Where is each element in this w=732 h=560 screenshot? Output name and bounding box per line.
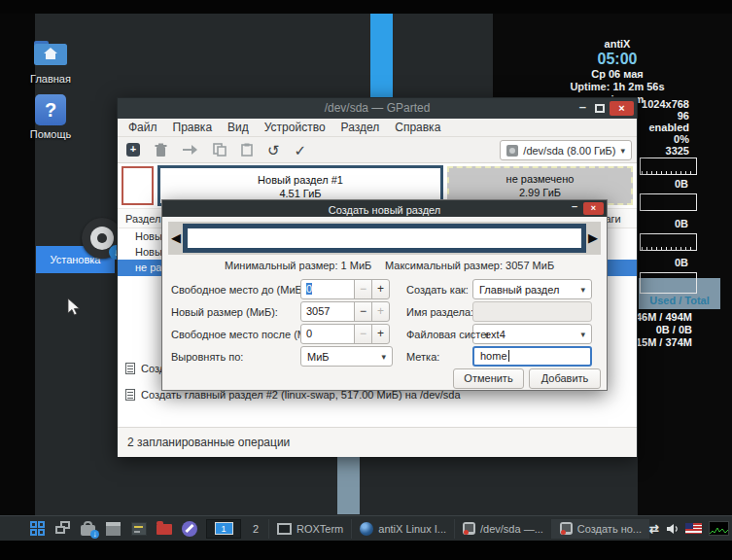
conky-net-down-graph — [640, 193, 697, 211]
spin-minus-icon[interactable]: − — [354, 279, 372, 299]
dialog-titlebar[interactable]: Создать новый раздел – × — [162, 200, 607, 217]
free-space-before-spinbox[interactable]: 0 − + — [300, 279, 390, 299]
installer-launcher-icon[interactable]: ↓ — [80, 520, 97, 538]
chevron-down-icon: ▾ — [381, 352, 386, 362]
add-button[interactable]: Добавить — [529, 368, 601, 389]
gparted-titlebar[interactable]: /dev/sda — GParted – × — [118, 98, 637, 119]
minimize-icon[interactable]: – — [579, 99, 586, 114]
task-create-partition-dialog[interactable]: Создать но... — [551, 519, 649, 539]
partition-size-slider[interactable]: ◀ ▶ — [168, 222, 601, 255]
start-menu-icon[interactable] — [29, 520, 47, 538]
create-as-combo[interactable]: Главный раздел ▾ — [472, 279, 592, 299]
network-tray-icon[interactable]: ⇄ — [649, 522, 659, 536]
device-selector[interactable]: /dev/sda (8.00 ГиБ) ▾ — [500, 140, 632, 160]
apply-icon[interactable]: ✓ — [295, 143, 307, 158]
task-roxterm[interactable]: ROXTerm — [268, 519, 351, 539]
close-icon[interactable]: × — [610, 101, 634, 116]
partition-box-swap[interactable] — [122, 166, 154, 205]
menu-item-view[interactable]: Вид — [220, 121, 257, 134]
free-space-after-spinbox[interactable]: 0 − + — [300, 324, 390, 344]
chevron-down-icon: ▾ — [620, 146, 625, 156]
create-as-value: Главный раздел — [479, 284, 559, 296]
desktop-steel-bar — [337, 454, 360, 514]
terminal-launcher-icon[interactable] — [130, 520, 148, 538]
copy-icon[interactable] — [213, 143, 227, 157]
chevron-down-icon: ▾ — [580, 330, 585, 339]
gparted-menubar: Файл Правка Вид Устройство Раздел Справк… — [118, 119, 637, 137]
spin-plus-icon[interactable]: + — [371, 301, 390, 322]
menu-item-device[interactable]: Устройство — [257, 121, 333, 134]
spin-plus-icon[interactable]: + — [371, 324, 390, 344]
align-to-combo[interactable]: МиБ ▾ — [300, 346, 393, 367]
window-list-icon[interactable] — [54, 520, 72, 538]
workspace-2-button[interactable]: 2 — [243, 519, 268, 539]
maximize-icon[interactable] — [595, 104, 605, 113]
desktop: Главная ? Помощь Установка ↓ antiX 05:00… — [0, 0, 732, 560]
align-to-value: МиБ — [307, 351, 330, 363]
operation-icon — [125, 389, 135, 401]
partition-box-new1-size: 4.51 ГиБ — [160, 187, 440, 200]
cancel-button[interactable]: Отменить — [453, 368, 524, 389]
create-as-label: Создать как: — [406, 284, 469, 296]
new-size-label: Новый размер (МиБ): — [171, 306, 278, 318]
cpu-monitor-applet[interactable] — [709, 521, 729, 536]
filesystem-value: ext4 — [485, 329, 505, 340]
task-browser[interactable]: antiX Linux I... — [351, 519, 454, 539]
resize-move-icon[interactable] — [182, 144, 198, 156]
new-size-spinbox[interactable]: 3057 − + — [300, 301, 390, 322]
slider-left-handle[interactable]: ◀ — [168, 222, 184, 255]
slider-right-handle[interactable]: ▶ — [585, 222, 601, 255]
dialog-title: Создать новый раздел — [329, 204, 441, 216]
conky-uptime: Uptime: 1h 2m 56s — [540, 81, 695, 93]
gparted-app-icon — [560, 522, 573, 535]
conky-cpu-graph — [640, 158, 697, 175]
delete-partition-icon[interactable] — [155, 143, 167, 158]
file-manager-icon[interactable] — [156, 520, 173, 538]
volume-icon[interactable] — [666, 523, 679, 535]
free-space-before-value[interactable]: 0 — [300, 279, 355, 299]
min-size-label: Минимальный размер: 1 МиБ — [225, 260, 371, 271]
terminal-window-icon — [277, 523, 292, 535]
drive-icon — [506, 145, 518, 157]
operation-icon — [125, 363, 135, 374]
spin-plus-icon[interactable]: + — [371, 279, 390, 299]
statusbar: 2 запланированные операции — [118, 427, 637, 457]
filesystem-combo[interactable]: ext4 ▾ — [472, 324, 592, 344]
new-partition-icon[interactable]: + — [126, 143, 140, 157]
mouse-cursor — [66, 298, 81, 317]
spin-minus-icon[interactable]: − — [354, 324, 372, 344]
partition-box-unallocated-size: 2.99 ГиБ — [449, 186, 631, 199]
partition-name-label: Имя раздела: — [406, 306, 473, 318]
menu-item-edit[interactable]: Правка — [165, 121, 221, 134]
menu-item-help[interactable]: Справка — [387, 121, 448, 134]
slider-bar[interactable] — [183, 224, 586, 253]
keyboard-layout-flag-icon[interactable] — [685, 523, 702, 534]
create-partition-dialog: Создать новый раздел – × ◀ ▶ Минимальный… — [161, 199, 608, 391]
new-size-value[interactable]: 3057 — [300, 301, 355, 322]
taskbar: ↓ 1 2 ROXTerm antiX Linux I... /dev/sda … — [0, 515, 732, 541]
partition-box-unallocated-name: не размечено — [449, 172, 631, 186]
menu-item-file[interactable]: Файл — [121, 121, 165, 134]
question-mark-icon: ? — [35, 94, 66, 125]
desktop-icon-help[interactable]: ? Помощь — [19, 94, 82, 140]
paste-icon[interactable] — [241, 143, 253, 157]
workspace-1-button[interactable]: 1 — [206, 519, 241, 539]
gparted-window-title: /dev/sda — GParted — [325, 101, 431, 115]
device-manager-icon[interactable] — [105, 520, 122, 538]
partition-name-input[interactable] — [472, 301, 592, 322]
label-input[interactable]: home — [472, 346, 592, 367]
column-header-partition: Раздел — [125, 213, 160, 225]
menu-item-partition[interactable]: Раздел — [333, 121, 388, 134]
free-space-after-value[interactable]: 0 — [300, 324, 355, 344]
task-gparted[interactable]: /dev/sda —... — [454, 519, 551, 539]
desktop-bg-bottom-strip — [0, 541, 732, 560]
close-icon[interactable]: × — [583, 202, 604, 215]
undo-icon[interactable]: ↺ — [267, 143, 280, 158]
globe-icon — [360, 522, 373, 536]
editor-launcher-icon[interactable] — [181, 520, 198, 538]
install-disc-hole — [97, 233, 107, 243]
spin-minus-icon[interactable]: − — [354, 301, 372, 322]
minimize-icon[interactable]: – — [572, 200, 577, 212]
desktop-icon-home[interactable]: Главная — [19, 37, 82, 85]
free-space-before-label: Свободное место до (МиБ): — [171, 284, 309, 296]
